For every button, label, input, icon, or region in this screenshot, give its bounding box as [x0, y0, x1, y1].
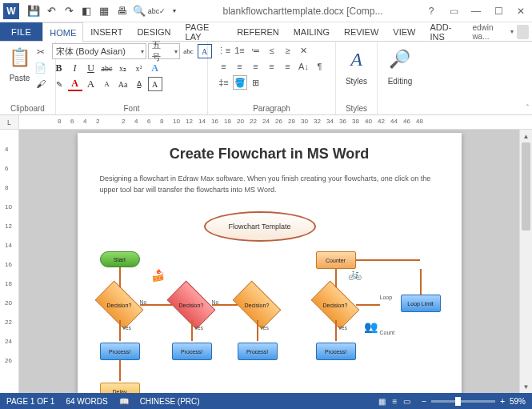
- tab-review[interactable]: REVIEW: [337, 22, 386, 41]
- scrollbar-thumb[interactable]: [522, 142, 530, 231]
- format-painter-icon[interactable]: 🖌: [34, 77, 48, 91]
- cut-icon[interactable]: ✂: [34, 45, 48, 59]
- show-marks-icon[interactable]: ¶: [313, 59, 327, 74]
- font-size-combo[interactable]: 五号: [148, 43, 180, 59]
- page-canvas[interactable]: Create Flowchart in MS Word Designing a …: [19, 130, 519, 393]
- close-icon[interactable]: ✕: [510, 0, 532, 22]
- scroll-up-icon[interactable]: ▲: [520, 130, 532, 142]
- zoom-in-button[interactable]: +: [500, 397, 505, 406]
- borders-icon[interactable]: ⊞: [249, 75, 263, 90]
- styles-icon[interactable]: A: [345, 43, 369, 75]
- shape-process: Process!: [238, 343, 278, 360]
- align-center-icon[interactable]: ≡: [233, 59, 247, 74]
- tab-view[interactable]: VIEW: [386, 22, 422, 41]
- shape-delay: Delay: [100, 383, 140, 393]
- page: Create Flowchart in MS Word Designing a …: [78, 133, 462, 393]
- spellcheck-icon[interactable]: abc✓: [149, 3, 165, 19]
- tab-file[interactable]: FILE: [0, 22, 42, 41]
- char-border-icon[interactable]: A: [148, 77, 162, 91]
- redo-icon[interactable]: ↷: [61, 3, 77, 19]
- quick-access-toolbar: 💾 ↶ ↷ ◧ ▦ 🖶 🔍 abc✓ ▾: [22, 3, 186, 19]
- maximize-icon[interactable]: ☐: [487, 0, 510, 22]
- ruler-vertical[interactable]: 468101214161820222426: [0, 130, 19, 393]
- grow-font-icon[interactable]: A: [84, 77, 98, 91]
- strikethrough-button[interactable]: abc: [100, 61, 114, 75]
- vertical-scrollbar[interactable]: ▲ ▼: [519, 130, 532, 393]
- align-left-icon[interactable]: ≡: [217, 59, 231, 74]
- web-layout-icon[interactable]: ▭: [403, 397, 410, 406]
- account-menu[interactable]: edwin wa... ▾: [469, 22, 532, 41]
- print-layout-icon[interactable]: ≡: [392, 397, 397, 406]
- align-right-icon[interactable]: ≡: [249, 59, 263, 74]
- paste-button[interactable]: Paste: [10, 74, 30, 82]
- ribbon-options-icon[interactable]: ▭: [442, 0, 465, 22]
- undo-icon[interactable]: ↶: [43, 3, 59, 19]
- multilevel-icon[interactable]: ≔: [249, 43, 263, 58]
- paste-icon[interactable]: 📋: [8, 43, 32, 72]
- document-title: Create Flowchart in MS Word: [100, 146, 439, 162]
- sort-icon[interactable]: A↓: [297, 59, 311, 74]
- zoom-slider[interactable]: [431, 400, 495, 403]
- binoculars-icon[interactable]: 🔎: [388, 43, 412, 75]
- increase-indent-icon[interactable]: ≥: [281, 43, 295, 58]
- qat-btn[interactable]: 🔍: [131, 3, 147, 19]
- collapse-ribbon-icon[interactable]: ˆ: [526, 104, 529, 113]
- underline-button[interactable]: U: [84, 61, 98, 75]
- qat-dropdown-icon[interactable]: ▾: [166, 3, 182, 19]
- zoom-out-button[interactable]: −: [422, 397, 426, 406]
- page-number[interactable]: PAGE 1 OF 1: [6, 397, 54, 406]
- shape-process: Process!: [316, 343, 356, 360]
- justify-icon[interactable]: ≡: [265, 59, 279, 74]
- tab-insert[interactable]: INSERT: [83, 22, 130, 41]
- highlight-icon[interactable]: ✎: [52, 77, 66, 91]
- styles-button[interactable]: Styles: [346, 77, 367, 86]
- phonetic-guide-icon[interactable]: A̲: [132, 77, 146, 91]
- scroll-down-icon[interactable]: ▼: [520, 380, 532, 393]
- clipart-icon: 🍰: [151, 269, 165, 282]
- print-icon[interactable]: 🖶: [114, 3, 130, 19]
- minimize-icon[interactable]: —: [465, 0, 487, 22]
- ruler-scale[interactable]: 8642246810121416182022242628303234363840…: [19, 115, 532, 129]
- change-case-icon[interactable]: Aa: [116, 77, 130, 91]
- shading-icon[interactable]: 🪣: [233, 75, 247, 90]
- zoom-level[interactable]: 59%: [510, 397, 526, 406]
- italic-button[interactable]: I: [68, 61, 82, 75]
- qat-btn[interactable]: ▦: [96, 3, 112, 19]
- save-icon[interactable]: 💾: [26, 3, 42, 19]
- tab-mailings[interactable]: MAILING: [286, 22, 337, 41]
- word-count[interactable]: 64 WORDS: [66, 397, 107, 406]
- tab-references[interactable]: REFEREN: [230, 22, 286, 41]
- tab-page-layout[interactable]: PAGE LAY: [178, 22, 230, 41]
- subscript-button[interactable]: x₂: [116, 61, 130, 75]
- bullets-icon[interactable]: ⋮≡: [217, 43, 231, 58]
- bold-button[interactable]: B: [52, 61, 66, 75]
- tab-selector[interactable]: L: [0, 115, 19, 129]
- help-icon[interactable]: ?: [420, 0, 442, 22]
- font-family-combo[interactable]: 宋体 (Body Asian): [52, 43, 146, 59]
- flowchart-title-oval: Flowchart Template: [204, 211, 316, 242]
- group-font: 宋体 (Body Asian) 五号 abc A B I U abc x₂ x²…: [56, 42, 208, 114]
- group-styles: A Styles Styles: [336, 42, 378, 114]
- tab-home[interactable]: HOME: [42, 22, 83, 42]
- proofing-icon[interactable]: 📖: [119, 397, 129, 406]
- editing-button[interactable]: Editing: [388, 77, 413, 86]
- tab-addins[interactable]: ADD-INS: [422, 22, 469, 41]
- zoom-slider-thumb[interactable]: [455, 397, 461, 406]
- title-bar: W 💾 ↶ ↷ ◧ ▦ 🖶 🔍 abc✓ ▾ blankflowcharttem…: [0, 0, 532, 22]
- qat-btn[interactable]: ◧: [78, 3, 94, 19]
- ribbon-tabs: FILE HOME INSERT DESIGN PAGE LAY REFEREN…: [0, 22, 532, 42]
- shrink-font-icon[interactable]: A: [100, 77, 114, 91]
- read-mode-icon[interactable]: ▦: [378, 397, 386, 406]
- superscript-button[interactable]: x²: [132, 61, 146, 75]
- numbering-icon[interactable]: 1≡: [233, 43, 247, 58]
- distributed-icon[interactable]: ≡: [281, 59, 295, 74]
- line-spacing-icon[interactable]: ‡≡: [217, 75, 231, 90]
- language[interactable]: CHINESE (PRC): [140, 397, 200, 406]
- font-color-icon[interactable]: A: [68, 77, 82, 91]
- asian-layout-icon[interactable]: ✕: [297, 43, 311, 58]
- clear-formatting-icon[interactable]: abc: [182, 44, 196, 58]
- copy-icon[interactable]: 📄: [34, 61, 48, 75]
- clipart-icon: 🚲: [348, 267, 362, 280]
- tab-design[interactable]: DESIGN: [130, 22, 178, 41]
- decrease-indent-icon[interactable]: ≤: [265, 43, 279, 58]
